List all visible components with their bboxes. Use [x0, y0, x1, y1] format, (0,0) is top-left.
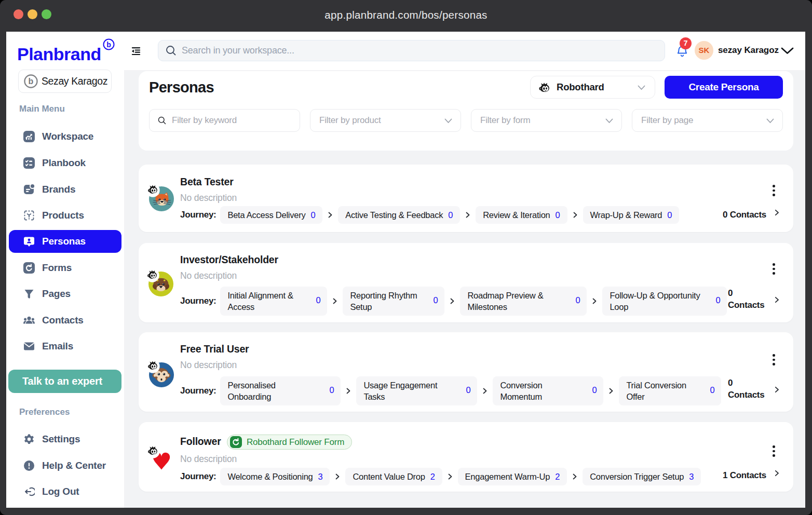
svg-text:b: b	[106, 40, 111, 49]
svg-text:b: b	[29, 77, 34, 86]
